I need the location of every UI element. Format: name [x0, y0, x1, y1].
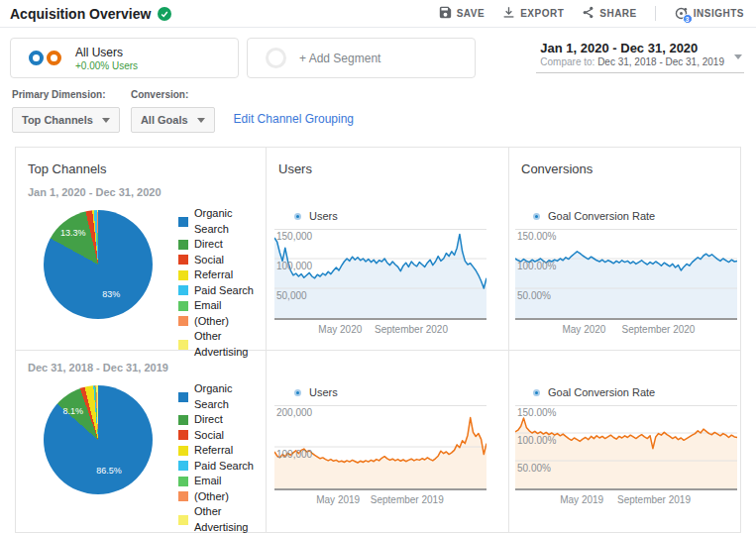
- report-row-2020: Top Channels Jan 1, 2020 - Dec 31, 2020 …: [16, 148, 740, 350]
- edit-channel-grouping-link[interactable]: Edit Channel Grouping: [234, 112, 354, 126]
- channel-color-swatch-icon: [178, 217, 188, 227]
- y-axis-label: 150.00%: [517, 407, 556, 418]
- share-button[interactable]: SHARE: [582, 6, 637, 21]
- pie-slice-label: 83%: [102, 289, 120, 299]
- primary-dimension-value: Top Channels: [22, 114, 93, 126]
- channel-legend-item: Social: [178, 253, 266, 268]
- row-date-label: Dec 31, 2018 - Dec 31, 2019: [28, 362, 266, 373]
- top-bar: Acquisition Overview SAVE EXPORT: [0, 0, 756, 28]
- x-axis-label: May 2020: [318, 324, 362, 335]
- date-range-selector[interactable]: Jan 1, 2020 - Dec 31, 2020 Compare to: D…: [536, 41, 744, 73]
- conversions-cell-2019: Goal Conversion Rate 150.00%100.00%50.00…: [508, 351, 740, 532]
- date-range-compare: Compare to: Dec 31, 2018 - Dec 31, 2019: [540, 56, 724, 67]
- pie-slice-label: 8.1%: [62, 406, 83, 416]
- channel-legend-label: Organic Search: [194, 206, 266, 237]
- y-axis-label: 100,000: [276, 261, 312, 271]
- x-axis-label: May 2020: [562, 324, 605, 335]
- users-line-chart-2020[interactable]: 150,000100,00050,000: [274, 229, 486, 320]
- x-axis-2019: May 2019September 2019: [274, 494, 486, 508]
- channel-legend-item: Email: [178, 474, 266, 489]
- column-header-users: Users: [278, 161, 508, 176]
- toolbar-divider: [655, 6, 656, 21]
- x-axis-label: September 2019: [617, 494, 691, 505]
- insights-label: INSIGHTS: [694, 8, 744, 19]
- pie-slice-label: 86.5%: [96, 466, 122, 476]
- channel-legend-label: Organic Search: [194, 381, 266, 412]
- add-segment-ring-icon: [266, 48, 286, 68]
- save-icon: [439, 6, 452, 21]
- series-label: Goal Conversion Rate: [548, 210, 655, 222]
- channel-legend-item: (Other): [178, 314, 266, 330]
- chart-legend: Goal Conversion Rate: [533, 386, 740, 398]
- channel-legend-label: Paid Search: [194, 459, 254, 475]
- conversion-dropdown[interactable]: All Goals: [131, 107, 215, 133]
- title-wrap: Acquisition Overview: [10, 6, 171, 22]
- compare-dates: Dec 31, 2018 - Dec 31, 2019: [597, 56, 724, 67]
- report-panel: Top Channels Jan 1, 2020 - Dec 31, 2020 …: [15, 147, 741, 533]
- conversion-line-chart-2019[interactable]: 150.00%100.00%50.00%: [515, 405, 737, 490]
- pie-wrap: 86.5% 8.1% Organic SearchDirectSocialRef…: [16, 385, 266, 533]
- y-axis-label: 50,000: [276, 290, 307, 301]
- column-header-top-channels: Top Channels: [28, 161, 266, 176]
- top-channels-cell-2020: Top Channels Jan 1, 2020 - Dec 31, 2020 …: [16, 148, 266, 350]
- channel-color-swatch-icon: [178, 477, 188, 486]
- insights-button[interactable]: 3 INSIGHTS: [674, 6, 744, 21]
- channel-legend-label: Direct: [194, 237, 223, 253]
- controls-section: Primary Dimension: Top Channels Conversi…: [0, 78, 756, 133]
- segment-section: All Users +0.00% Users + Add Segment Jan…: [0, 28, 756, 78]
- channels-legend: Organic SearchDirectSocialReferralPaid S…: [178, 206, 266, 360]
- channels-pie-chart-2020[interactable]: 83% 13.3%: [44, 210, 153, 319]
- series-label: Goal Conversion Rate: [548, 386, 655, 398]
- channel-color-swatch-icon: [178, 461, 188, 471]
- x-axis-label: May 2019: [560, 494, 603, 505]
- chevron-down-icon: [734, 54, 742, 59]
- channel-legend-item: Paid Search: [178, 283, 266, 299]
- segment-all-users[interactable]: All Users +0.00% Users: [10, 38, 239, 78]
- series-dot-icon: [533, 213, 540, 220]
- channel-legend-item: Email: [178, 298, 266, 314]
- report-row-2019: Dec 31, 2018 - Dec 31, 2019 86.5% 8.1% O…: [16, 350, 740, 532]
- chevron-down-icon: [102, 118, 110, 123]
- conversion-label: Conversion:: [131, 89, 215, 100]
- add-segment-button[interactable]: + Add Segment: [247, 38, 476, 78]
- y-axis-label: 100,000: [276, 449, 312, 460]
- channel-legend-item: Direct: [178, 412, 266, 428]
- channel-color-swatch-icon: [178, 392, 188, 402]
- x-axis-label: September 2020: [375, 324, 448, 335]
- y-axis-label: 150.00%: [517, 231, 556, 242]
- segment-ring-orange-icon: [47, 51, 61, 65]
- y-axis-label: 50.00%: [517, 463, 551, 474]
- insights-icon: 3: [674, 6, 689, 21]
- channel-legend-item: Other Advertising: [178, 504, 266, 533]
- chevron-down-icon: [197, 118, 205, 123]
- x-axis-2019: May 2019September 2019: [515, 494, 737, 508]
- y-axis-label: 100.00%: [517, 261, 556, 271]
- channel-color-swatch-icon: [178, 415, 188, 425]
- channel-legend-label: Direct: [194, 412, 223, 428]
- channel-color-swatch-icon: [178, 255, 188, 265]
- channel-legend-item: Paid Search: [178, 459, 266, 475]
- channel-legend-item: (Other): [178, 489, 266, 505]
- line-chart-canvas: [274, 229, 486, 318]
- chart-legend: Users: [294, 210, 508, 222]
- primary-dimension-dropdown[interactable]: Top Channels: [12, 107, 120, 133]
- y-axis-label: 50.00%: [517, 290, 551, 301]
- primary-dimension-label: Primary Dimension:: [12, 89, 120, 100]
- add-segment-label: + Add Segment: [299, 52, 380, 65]
- save-button[interactable]: SAVE: [439, 6, 486, 21]
- users-cell-2020: Users Users 150,000100,00050,000 May 202…: [266, 148, 508, 350]
- compare-prefix: Compare to:: [540, 56, 594, 67]
- channel-legend-label: Referral: [194, 443, 233, 459]
- save-label: SAVE: [457, 8, 486, 19]
- channel-legend-label: Email: [194, 298, 222, 314]
- channel-legend-item: Organic Search: [178, 206, 266, 237]
- channel-legend-item: Referral: [178, 443, 266, 459]
- channels-pie-chart-2019[interactable]: 86.5% 8.1%: [44, 385, 153, 494]
- users-cell-2019: Users 200,000100,000 May 2019September 2…: [266, 351, 508, 532]
- users-line-chart-2019[interactable]: 200,000100,000: [274, 405, 486, 490]
- export-button[interactable]: EXPORT: [502, 6, 564, 21]
- conversion-line-chart-2020[interactable]: 150.00%100.00%50.00%: [515, 229, 737, 320]
- series-dot-icon: [294, 213, 301, 220]
- series-dot-icon: [533, 389, 540, 396]
- x-axis-label: May 2019: [316, 494, 360, 505]
